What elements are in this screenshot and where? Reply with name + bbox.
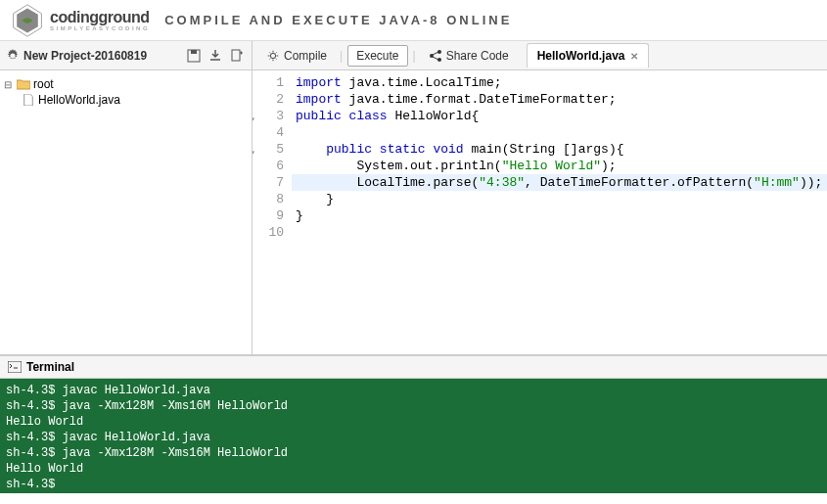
project-name: New Project-20160819: [23, 49, 181, 63]
terminal-line: sh-4.3$ java -Xmx128M -Xms16M HelloWorld: [6, 398, 821, 414]
tab-label: HelloWorld.java: [537, 49, 625, 63]
code-line[interactable]: LocalTime.parse("4:38", DateTimeFormatte…: [292, 174, 827, 191]
code-content[interactable]: import java.time.LocalTime;import java.t…: [292, 70, 827, 354]
code-line[interactable]: }: [292, 207, 827, 224]
execute-button[interactable]: Execute: [347, 45, 407, 67]
tab-helloworld[interactable]: HelloWorld.java ✕: [527, 43, 650, 68]
terminal-header: Terminal: [0, 356, 827, 379]
brand-light: ground: [98, 9, 149, 25]
line-number: 1: [253, 74, 284, 91]
code-line[interactable]: }: [292, 191, 827, 207]
new-file-icon[interactable]: [228, 47, 246, 65]
expand-icon[interactable]: ⊟: [4, 79, 14, 90]
code-line[interactable]: import java.time.LocalTime;: [292, 74, 827, 91]
file-label: HelloWorld.java: [38, 93, 120, 107]
file-tree: ⊟ root HelloWorld.java: [0, 70, 252, 114]
gear-icon[interactable]: [6, 49, 20, 63]
terminal-line: Hello World: [6, 414, 821, 430]
terminal-line: sh-4.3$ javac HelloWorld.java: [6, 430, 821, 445]
share-button[interactable]: Share Code: [421, 46, 517, 66]
compile-button[interactable]: Compile: [258, 46, 335, 66]
tree-file[interactable]: HelloWorld.java: [4, 92, 248, 108]
code-editor[interactable]: 123▾45▾678910 import java.time.LocalTime…: [253, 70, 827, 354]
download-icon[interactable]: [207, 47, 224, 65]
file-icon: [22, 94, 35, 106]
logo-icon: [10, 3, 45, 38]
svg-point-5: [270, 53, 275, 58]
terminal-line: sh-4.3$ javac HelloWorld.java: [6, 383, 821, 398]
terminal-line: Hello World: [6, 461, 821, 477]
logo: codingground SIMPLYEASYCODING: [10, 3, 150, 38]
editor-area: Compile | Execute | Share Code HelloWorl…: [253, 41, 827, 354]
sidebar: New Project-20160819 ⊟ root HelloWorld.j…: [0, 41, 253, 354]
line-number: 4: [253, 124, 284, 141]
tree-root[interactable]: ⊟ root: [4, 76, 248, 92]
brand-sub: SIMPLYEASYCODING: [50, 25, 150, 31]
terminal-line: sh-4.3$ java -Xmx128M -Xms16M HelloWorld: [6, 445, 821, 461]
sidebar-header: New Project-20160819: [0, 41, 252, 70]
line-number: 10: [253, 224, 284, 241]
terminal-title: Terminal: [26, 360, 74, 374]
line-number: 2: [253, 91, 284, 108]
share-icon: [429, 49, 442, 63]
page-title: COMPILE AND EXECUTE JAVA-8 ONLINE: [164, 13, 512, 27]
folder-icon: [17, 78, 30, 90]
gear-icon: [266, 49, 280, 63]
terminal-line: sh-4.3$: [6, 477, 821, 492]
root-label: root: [33, 77, 54, 91]
line-number: 7: [253, 174, 284, 191]
terminal-output[interactable]: sh-4.3$ javac HelloWorld.javash-4.3$ jav…: [0, 379, 827, 493]
brand-bold: coding: [50, 9, 98, 25]
code-line[interactable]: import java.time.format.DateTimeFormatte…: [292, 91, 827, 108]
line-number: 8: [253, 191, 284, 207]
code-line[interactable]: public class HelloWorld{: [292, 108, 827, 124]
terminal-icon: [8, 361, 22, 373]
save-icon[interactable]: [185, 47, 203, 65]
code-line[interactable]: System.out.println("Hello World");: [292, 158, 827, 174]
line-number: 5▾: [253, 141, 284, 158]
line-number: 6: [253, 158, 284, 174]
line-gutter: 123▾45▾678910: [253, 70, 292, 354]
line-number: 3▾: [253, 108, 284, 124]
svg-rect-9: [8, 361, 22, 373]
terminal-panel: Terminal sh-4.3$ javac HelloWorld.javash…: [0, 354, 827, 493]
header: codingground SIMPLYEASYCODING COMPILE AN…: [0, 0, 827, 41]
code-line[interactable]: [292, 224, 827, 241]
line-number: 9: [253, 207, 284, 224]
separator: |: [410, 49, 419, 63]
toolbar: Compile | Execute | Share Code HelloWorl…: [253, 41, 827, 70]
code-line[interactable]: [292, 124, 827, 141]
svg-rect-4: [232, 50, 240, 61]
svg-rect-3: [191, 50, 197, 54]
separator: |: [337, 49, 345, 63]
close-icon[interactable]: ✕: [630, 51, 638, 62]
code-line[interactable]: public static void main(String []args){: [292, 141, 827, 158]
